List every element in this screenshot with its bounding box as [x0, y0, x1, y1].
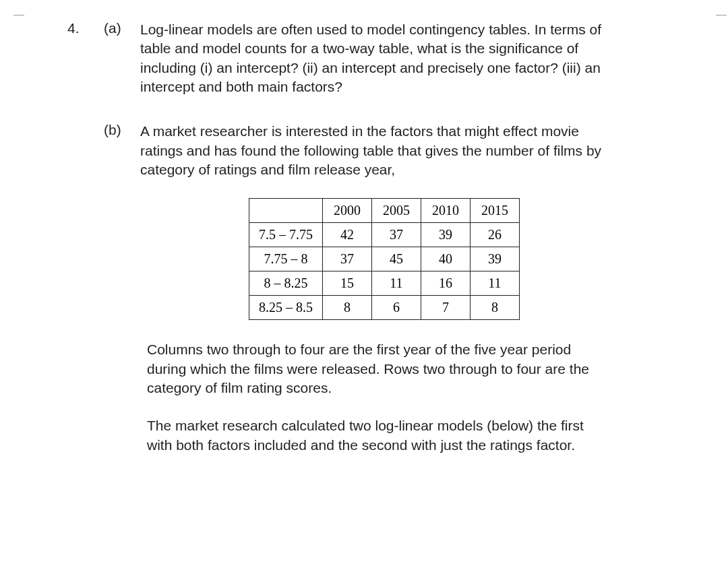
page-corner-top-right	[716, 1, 727, 15]
question-4-b: (b) A market researcher is interested in…	[0, 122, 701, 179]
part-b-paragraph-1-block: Columns two through to four are the firs…	[0, 340, 701, 397]
table-row: 8 – 8.25 15 11 16 11	[249, 271, 520, 296]
part-b-paragraph-2-block: The market research calculated two log-l…	[0, 416, 701, 455]
table-cell: 37	[323, 247, 372, 271]
col-header: 2005	[372, 199, 421, 223]
row-label: 8.25 – 8.5	[249, 296, 323, 320]
table-cell: 37	[372, 223, 421, 247]
table-cell: 6	[372, 296, 421, 320]
table-cell: 39	[421, 223, 471, 247]
col-header: 2010	[421, 199, 471, 223]
table-cell: 11	[471, 271, 520, 296]
table-cell: 7	[421, 296, 471, 320]
part-label-a: (a)	[104, 20, 124, 96]
contingency-table: 2000 2005 2010 2015 7.5 – 7.75 42 37 39 …	[249, 198, 520, 320]
row-label: 7.5 – 7.75	[249, 223, 323, 247]
row-label: 8 – 8.25	[249, 271, 323, 296]
table-row: 7.75 – 8 37 45 40 39	[249, 247, 520, 271]
part-a-text: Log-linear models are often used to mode…	[140, 20, 605, 96]
row-label: 7.75 – 8	[249, 247, 323, 271]
table-container: 2000 2005 2010 2015 7.5 – 7.75 42 37 39 …	[0, 198, 701, 320]
document-page: 4. (a) Log-linear models are often used …	[0, 0, 728, 578]
part-b-paragraph-1: Columns two through to four are the firs…	[147, 340, 612, 397]
table-cell: 8	[323, 296, 372, 320]
table-header-row: 2000 2005 2010 2015	[249, 199, 520, 223]
table-corner-cell	[249, 199, 323, 223]
table-cell: 40	[421, 247, 471, 271]
table-cell: 16	[421, 271, 471, 296]
question-4-a: 4. (a) Log-linear models are often used …	[0, 20, 701, 96]
table-cell: 26	[471, 223, 520, 247]
page-corner-top-left	[13, 1, 24, 15]
part-b-intro: A market researcher is interested in the…	[140, 122, 605, 179]
table-cell: 45	[372, 247, 421, 271]
spacer	[67, 122, 88, 179]
part-label-b: (b)	[104, 122, 124, 179]
question-number: 4.	[67, 20, 88, 96]
table-row: 7.5 – 7.75 42 37 39 26	[249, 223, 520, 247]
table-cell: 11	[372, 271, 421, 296]
table-cell: 8	[471, 296, 520, 320]
table-cell: 39	[471, 247, 520, 271]
table-cell: 42	[323, 223, 372, 247]
table-row: 8.25 – 8.5 8 6 7 8	[249, 296, 520, 320]
table-cell: 15	[323, 271, 372, 296]
col-header: 2015	[471, 199, 520, 223]
part-b-paragraph-2: The market research calculated two log-l…	[147, 416, 612, 455]
col-header: 2000	[323, 199, 372, 223]
